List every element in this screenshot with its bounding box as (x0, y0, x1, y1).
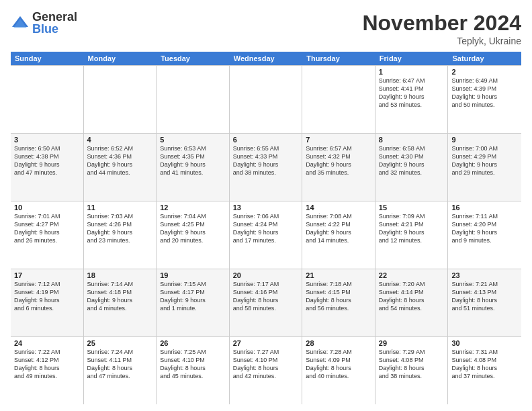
day-info: Sunrise: 7:15 AM Sunset: 4:17 PM Dayligh… (160, 280, 226, 313)
day-cell-28: 28Sunrise: 7:28 AM Sunset: 4:09 PM Dayli… (302, 337, 375, 404)
logo-blue-label: Blue (32, 23, 77, 35)
day-info: Sunrise: 7:22 AM Sunset: 4:12 PM Dayligh… (14, 348, 80, 381)
day-number: 27 (233, 339, 299, 347)
day-cell-8: 8Sunrise: 6:58 AM Sunset: 4:30 PM Daylig… (375, 134, 449, 201)
day-cell-25: 25Sunrise: 7:24 AM Sunset: 4:11 PM Dayli… (84, 337, 157, 404)
day-cell-17: 17Sunrise: 7:12 AM Sunset: 4:19 PM Dayli… (11, 269, 84, 336)
day-number: 9 (451, 136, 518, 144)
day-number: 13 (233, 203, 299, 212)
day-info: Sunrise: 6:58 AM Sunset: 4:30 PM Dayligh… (379, 144, 445, 177)
day-info: Sunrise: 7:14 AM Sunset: 4:18 PM Dayligh… (87, 280, 153, 313)
day-info: Sunrise: 7:21 AM Sunset: 4:13 PM Dayligh… (451, 280, 518, 313)
header-friday: Friday (375, 52, 449, 65)
day-number: 28 (306, 339, 371, 347)
week-row-0: 1Sunrise: 6:47 AM Sunset: 4:41 PM Daylig… (11, 65, 521, 133)
calendar-body: 1Sunrise: 6:47 AM Sunset: 4:41 PM Daylig… (11, 65, 521, 404)
header-thursday: Thursday (302, 52, 375, 65)
day-info: Sunrise: 7:25 AM Sunset: 4:10 PM Dayligh… (160, 348, 226, 381)
header-sunday: Sunday (11, 52, 84, 65)
day-cell-24: 24Sunrise: 7:22 AM Sunset: 4:12 PM Dayli… (11, 337, 84, 404)
header-monday: Monday (84, 52, 157, 65)
day-number: 19 (160, 271, 226, 279)
day-number: 3 (14, 136, 80, 144)
header-saturday: Saturday (448, 52, 521, 65)
logo: General Blue (11, 11, 77, 35)
day-cell-5: 5Sunrise: 6:53 AM Sunset: 4:35 PM Daylig… (157, 134, 230, 201)
logo-general-label: General (32, 11, 77, 23)
calendar-header: Sunday Monday Tuesday Wednesday Thursday… (11, 52, 521, 65)
day-info: Sunrise: 7:31 AM Sunset: 4:08 PM Dayligh… (451, 348, 518, 381)
week-row-2: 10Sunrise: 7:01 AM Sunset: 4:27 PM Dayli… (11, 201, 521, 269)
day-number: 22 (379, 271, 445, 279)
day-cell-empty (11, 66, 84, 133)
week-row-1: 3Sunrise: 6:50 AM Sunset: 4:38 PM Daylig… (11, 133, 521, 201)
day-number: 4 (87, 136, 153, 144)
day-number: 1 (379, 68, 445, 76)
location: Teplyk, Ukraine (362, 36, 521, 46)
day-cell-18: 18Sunrise: 7:14 AM Sunset: 4:18 PM Dayli… (84, 269, 157, 336)
day-number: 11 (87, 203, 153, 212)
day-info: Sunrise: 7:18 AM Sunset: 4:15 PM Dayligh… (306, 280, 371, 313)
month-title: November 2024 (362, 11, 521, 36)
day-number: 6 (233, 136, 299, 144)
day-info: Sunrise: 7:17 AM Sunset: 4:16 PM Dayligh… (233, 280, 299, 313)
day-info: Sunrise: 7:27 AM Sunset: 4:10 PM Dayligh… (233, 348, 299, 381)
calendar: Sunday Monday Tuesday Wednesday Thursday… (11, 52, 521, 404)
day-cell-12: 12Sunrise: 7:04 AM Sunset: 4:25 PM Dayli… (157, 201, 230, 269)
day-number: 23 (451, 271, 518, 279)
logo-icon (11, 13, 30, 32)
week-row-3: 17Sunrise: 7:12 AM Sunset: 4:19 PM Dayli… (11, 269, 521, 336)
day-cell-22: 22Sunrise: 7:20 AM Sunset: 4:14 PM Dayli… (375, 269, 449, 336)
day-number: 18 (87, 271, 153, 279)
day-number: 15 (379, 203, 445, 212)
day-number: 30 (451, 339, 518, 347)
day-info: Sunrise: 6:52 AM Sunset: 4:36 PM Dayligh… (87, 144, 153, 177)
day-info: Sunrise: 7:00 AM Sunset: 4:29 PM Dayligh… (451, 144, 518, 177)
day-cell-15: 15Sunrise: 7:09 AM Sunset: 4:21 PM Dayli… (375, 201, 449, 269)
day-number: 21 (306, 271, 371, 279)
day-info: Sunrise: 7:12 AM Sunset: 4:19 PM Dayligh… (14, 280, 80, 313)
day-info: Sunrise: 6:50 AM Sunset: 4:38 PM Dayligh… (14, 144, 80, 177)
day-cell-19: 19Sunrise: 7:15 AM Sunset: 4:17 PM Dayli… (157, 269, 230, 336)
day-cell-empty (84, 66, 157, 133)
day-info: Sunrise: 6:55 AM Sunset: 4:33 PM Dayligh… (233, 144, 299, 177)
day-cell-30: 30Sunrise: 7:31 AM Sunset: 4:08 PM Dayli… (448, 337, 521, 404)
day-cell-23: 23Sunrise: 7:21 AM Sunset: 4:13 PM Dayli… (448, 269, 521, 336)
day-cell-7: 7Sunrise: 6:57 AM Sunset: 4:32 PM Daylig… (302, 134, 375, 201)
day-info: Sunrise: 7:11 AM Sunset: 4:20 PM Dayligh… (451, 212, 518, 245)
day-cell-6: 6Sunrise: 6:55 AM Sunset: 4:33 PM Daylig… (230, 134, 303, 201)
day-cell-21: 21Sunrise: 7:18 AM Sunset: 4:15 PM Dayli… (302, 269, 375, 336)
day-number: 29 (379, 339, 445, 347)
day-info: Sunrise: 7:08 AM Sunset: 4:22 PM Dayligh… (306, 212, 371, 245)
day-info: Sunrise: 7:06 AM Sunset: 4:24 PM Dayligh… (233, 212, 299, 245)
day-number: 10 (14, 203, 80, 212)
day-info: Sunrise: 7:09 AM Sunset: 4:21 PM Dayligh… (379, 212, 445, 245)
day-info: Sunrise: 6:47 AM Sunset: 4:41 PM Dayligh… (379, 77, 445, 109)
day-info: Sunrise: 6:49 AM Sunset: 4:39 PM Dayligh… (451, 77, 518, 109)
page: General Blue November 2024 Teplyk, Ukrai… (0, 0, 532, 411)
header-tuesday: Tuesday (157, 52, 230, 65)
day-info: Sunrise: 6:53 AM Sunset: 4:35 PM Dayligh… (160, 144, 226, 177)
day-info: Sunrise: 7:03 AM Sunset: 4:26 PM Dayligh… (87, 212, 153, 245)
day-number: 25 (87, 339, 153, 347)
day-info: Sunrise: 6:57 AM Sunset: 4:32 PM Dayligh… (306, 144, 371, 177)
day-number: 24 (14, 339, 80, 347)
logo-text: General Blue (32, 11, 77, 35)
day-cell-11: 11Sunrise: 7:03 AM Sunset: 4:26 PM Dayli… (84, 201, 157, 269)
day-cell-empty (302, 66, 375, 133)
day-number: 7 (306, 136, 371, 144)
day-number: 16 (451, 203, 518, 212)
day-number: 14 (306, 203, 371, 212)
day-cell-9: 9Sunrise: 7:00 AM Sunset: 4:29 PM Daylig… (448, 134, 521, 201)
day-cell-13: 13Sunrise: 7:06 AM Sunset: 4:24 PM Dayli… (230, 201, 303, 269)
day-info: Sunrise: 7:04 AM Sunset: 4:25 PM Dayligh… (160, 212, 226, 245)
day-cell-3: 3Sunrise: 6:50 AM Sunset: 4:38 PM Daylig… (11, 134, 84, 201)
day-number: 17 (14, 271, 80, 279)
day-cell-empty (157, 66, 230, 133)
day-info: Sunrise: 7:01 AM Sunset: 4:27 PM Dayligh… (14, 212, 80, 245)
day-cell-14: 14Sunrise: 7:08 AM Sunset: 4:22 PM Dayli… (302, 201, 375, 269)
day-cell-27: 27Sunrise: 7:27 AM Sunset: 4:10 PM Dayli… (230, 337, 303, 404)
day-cell-4: 4Sunrise: 6:52 AM Sunset: 4:36 PM Daylig… (84, 134, 157, 201)
day-info: Sunrise: 7:29 AM Sunset: 4:08 PM Dayligh… (379, 348, 445, 381)
day-cell-29: 29Sunrise: 7:29 AM Sunset: 4:08 PM Dayli… (375, 337, 449, 404)
